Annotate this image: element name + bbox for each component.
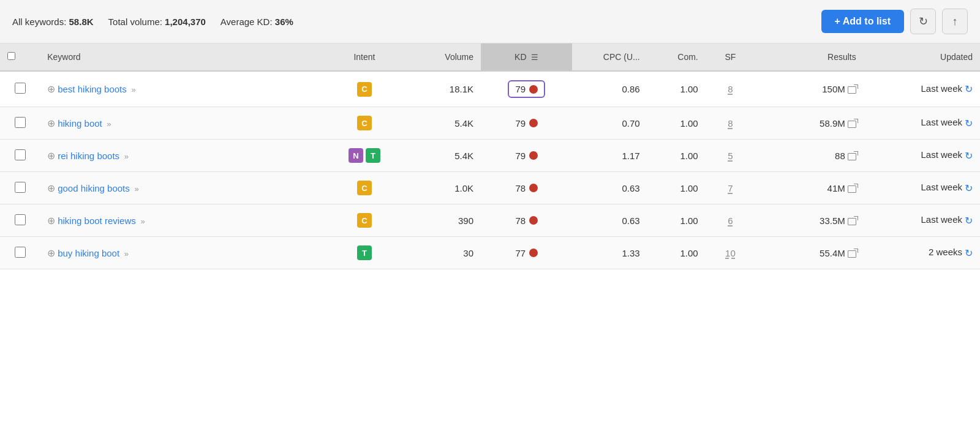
- keyword-link[interactable]: best hiking boots: [58, 84, 127, 94]
- cpc-cell: 1.17: [572, 140, 647, 172]
- results-serp-icon[interactable]: [848, 153, 856, 160]
- intent-cell: C: [323, 107, 406, 140]
- table-row: ⊕hiking boot »C5.4K790.701.00858.9MLast …: [0, 107, 980, 140]
- row-checkbox[interactable]: [15, 149, 26, 160]
- plus-icon[interactable]: ⊕: [47, 118, 55, 129]
- kd-cell: 78: [481, 172, 572, 204]
- row-refresh-icon[interactable]: ↻: [965, 215, 973, 226]
- keyword-cell: ⊕best hiking boots »: [40, 71, 323, 107]
- row-refresh-icon[interactable]: ↻: [965, 247, 973, 259]
- keyword-cell: ⊕good hiking boots »: [40, 172, 323, 204]
- table-row: ⊕good hiking boots »C1.0K780.631.00741ML…: [0, 172, 980, 204]
- table-row: ⊕best hiking boots »C18.1K790.861.008150…: [0, 71, 980, 107]
- intent-badge-c: C: [357, 181, 372, 195]
- row-refresh-icon[interactable]: ↻: [965, 118, 973, 129]
- plus-icon[interactable]: ⊕: [47, 248, 55, 258]
- plus-icon[interactable]: ⊕: [47, 151, 55, 161]
- kd-filter-icon: ☰: [531, 53, 538, 62]
- volume-cell: 390: [406, 204, 481, 237]
- kd-difficulty-dot: [529, 151, 538, 160]
- intent-cell: NT: [323, 140, 406, 172]
- row-checkbox[interactable]: [15, 83, 26, 94]
- kd-number: 79: [515, 84, 526, 94]
- refresh-button[interactable]: ↻: [910, 9, 936, 34]
- avg-kd-stat: Average KD: 36%: [221, 17, 293, 27]
- avg-kd-label: Average KD:: [221, 17, 273, 27]
- kd-difficulty-dot: [529, 184, 538, 192]
- row-refresh-icon[interactable]: ↻: [965, 150, 973, 162]
- kd-number: 78: [515, 215, 526, 226]
- row-refresh-icon[interactable]: ↻: [965, 83, 973, 95]
- top-bar: All keywords: 58.8K Total volume: 1,204,…: [0, 0, 980, 43]
- select-all-checkbox[interactable]: [7, 52, 15, 60]
- total-volume-value: 1,204,370: [165, 17, 206, 27]
- results-cell: 58.9M: [755, 107, 864, 140]
- header-results: Results: [755, 43, 864, 71]
- intent-cell: C: [323, 204, 406, 237]
- row-checkbox-cell: [0, 71, 40, 107]
- chevron-icon: »: [122, 249, 129, 258]
- row-checkbox[interactable]: [15, 182, 26, 193]
- row-refresh-icon[interactable]: ↻: [965, 182, 973, 194]
- intent-badge-t: T: [366, 148, 380, 163]
- row-checkbox[interactable]: [15, 247, 26, 258]
- header-checkbox-cell: [0, 43, 40, 71]
- kd-cell: 79: [481, 107, 572, 140]
- export-button[interactable]: ↑: [942, 9, 968, 34]
- results-cell: 33.5M: [755, 204, 864, 237]
- all-keywords-label: All keywords:: [12, 17, 66, 27]
- keyword-link[interactable]: hiking boot reviews: [58, 215, 136, 226]
- sf-cell[interactable]: 5: [706, 140, 755, 172]
- updated-cell: Last week↻: [864, 204, 980, 237]
- results-serp-icon[interactable]: [848, 86, 856, 94]
- header-sf: SF: [706, 43, 755, 71]
- keyword-cell: ⊕buy hiking boot »: [40, 237, 323, 269]
- kd-cell: 79: [481, 140, 572, 172]
- intent-cell: C: [323, 71, 406, 107]
- sf-cell[interactable]: 8: [706, 71, 755, 107]
- plus-icon[interactable]: ⊕: [47, 183, 55, 193]
- add-to-list-button[interactable]: + Add to list: [821, 10, 904, 33]
- results-serp-icon[interactable]: [848, 218, 856, 225]
- intent-badge-c: C: [357, 213, 372, 228]
- cpc-cell: 0.70: [572, 107, 647, 140]
- results-serp-icon[interactable]: [848, 121, 856, 128]
- results-cell: 150M: [755, 71, 864, 107]
- keyword-link[interactable]: buy hiking boot: [58, 248, 119, 258]
- stats-area: All keywords: 58.8K Total volume: 1,204,…: [12, 17, 807, 27]
- results-cell: 88: [755, 140, 864, 172]
- results-value: 41M: [827, 183, 845, 193]
- com-cell: 1.00: [647, 71, 706, 107]
- kd-value: 77: [515, 248, 538, 258]
- row-checkbox-cell: [0, 140, 40, 172]
- results-serp-icon[interactable]: [848, 185, 856, 193]
- row-checkbox-cell: [0, 107, 40, 140]
- sf-cell[interactable]: 8: [706, 107, 755, 140]
- kd-value: 79: [515, 118, 538, 129]
- updated-value: Last week: [921, 214, 962, 225]
- avg-kd-value: 36%: [275, 17, 293, 27]
- row-checkbox-cell: [0, 172, 40, 204]
- row-checkbox[interactable]: [15, 117, 26, 128]
- table-row: ⊕hiking boot reviews »C390780.631.00633.…: [0, 204, 980, 237]
- sf-cell[interactable]: 7: [706, 172, 755, 204]
- keyword-link[interactable]: rei hiking boots: [58, 151, 119, 161]
- kd-cell: 78: [481, 204, 572, 237]
- sf-cell[interactable]: 10: [706, 237, 755, 269]
- volume-cell: 1.0K: [406, 172, 481, 204]
- plus-icon[interactable]: ⊕: [47, 215, 55, 226]
- updated-value: 2 weeks: [929, 247, 962, 257]
- kd-difficulty-dot: [529, 216, 538, 225]
- results-serp-icon[interactable]: [848, 250, 856, 258]
- header-kd[interactable]: KD ☰: [481, 43, 572, 71]
- intent-badge-c: C: [357, 116, 372, 130]
- keyword-link[interactable]: hiking boot: [58, 118, 102, 129]
- total-volume-stat: Total volume: 1,204,370: [108, 17, 206, 27]
- header-volume: Volume: [406, 43, 481, 71]
- results-value: 88: [835, 151, 845, 161]
- plus-icon[interactable]: ⊕: [47, 84, 55, 94]
- sf-cell[interactable]: 6: [706, 204, 755, 237]
- row-checkbox[interactable]: [15, 214, 26, 225]
- keyword-link[interactable]: good hiking boots: [58, 183, 130, 193]
- intent-badge-c: C: [357, 82, 372, 97]
